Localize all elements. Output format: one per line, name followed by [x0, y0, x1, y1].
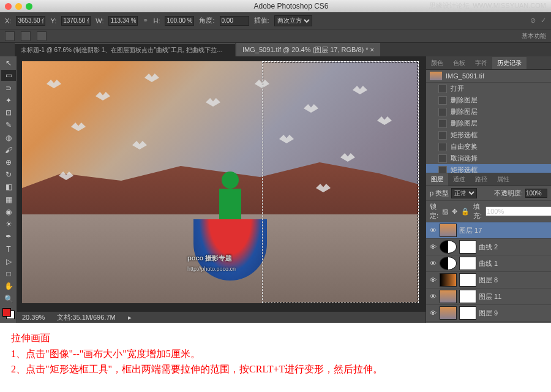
- layer-row[interactable]: 👁图层 8: [426, 272, 551, 288]
- instructions: 拉伸画面 1、点击"图像"--"画布大小"宽度增加5厘米。 2、点击"矩形选框工…: [0, 323, 551, 385]
- visibility-icon[interactable]: 👁: [429, 276, 437, 284]
- tab-doc-1[interactable]: 未标题-1 @ 67.6% (制造阴影 1、在图层面板点击"曲线"工具, 把曲线…: [15, 43, 235, 56]
- type-tool[interactable]: T: [1, 244, 16, 255]
- layer-row[interactable]: 👁曲线 1: [426, 255, 551, 272]
- tab-properties[interactable]: 属性: [492, 173, 514, 186]
- layers-panel: 👁图层 17👁曲线 2👁曲线 1👁图层 8👁图层 11👁图层 9👁图层 10👁色…: [426, 222, 551, 323]
- color-swatch[interactable]: [2, 308, 15, 319]
- history-item[interactable]: 矩形选框: [426, 164, 551, 173]
- fill-input[interactable]: [485, 206, 551, 216]
- hand-tool[interactable]: ✋: [1, 281, 16, 292]
- tab-history[interactable]: 历史记录: [492, 57, 527, 69]
- angle-input[interactable]: [220, 16, 249, 26]
- visibility-icon[interactable]: 👁: [429, 309, 437, 317]
- panels: 颜色 色板 字符 历史记录 IMG_5091.tif 打开删除图层删除图层删除图…: [425, 56, 551, 323]
- marquee-ellipse-icon[interactable]: [37, 31, 47, 41]
- blend-mode-select[interactable]: 正常: [451, 188, 477, 198]
- history-item[interactable]: 取消选择: [426, 153, 551, 164]
- opacity-input[interactable]: [525, 189, 547, 198]
- brush-tool[interactable]: 🖌: [1, 145, 16, 156]
- marquee-tool[interactable]: ▭: [1, 70, 16, 81]
- lock-pixels-icon[interactable]: ▨: [442, 208, 448, 216]
- lasso-tool[interactable]: ⊃: [1, 82, 16, 93]
- path-tool[interactable]: ▷: [1, 256, 16, 267]
- tool-preset-icon[interactable]: [5, 31, 15, 41]
- y-input[interactable]: [61, 16, 91, 26]
- wand-tool[interactable]: ✦: [1, 95, 16, 106]
- interp-select[interactable]: 两次立方: [274, 15, 312, 26]
- document-tabs: 未标题-1 @ 67.6% (制造阴影 1、在图层面板点击"曲线"工具, 把曲线…: [0, 43, 551, 56]
- tab-channels[interactable]: 通道: [448, 173, 470, 186]
- layer-row[interactable]: 👁图层 11: [426, 288, 551, 305]
- dodge-tool[interactable]: ☀: [1, 219, 16, 230]
- history-snapshot[interactable]: IMG_5091.tif: [426, 70, 551, 83]
- eraser-tool[interactable]: ◧: [1, 181, 16, 192]
- history-item[interactable]: 删除图层: [426, 94, 551, 106]
- pen-tool[interactable]: ✒: [1, 231, 16, 242]
- watermark-poco: poco 摄影专题http://photo.poco.cn: [187, 252, 236, 273]
- tab-layers[interactable]: 图层: [426, 173, 448, 186]
- instructions-line-1: 1、点击"图像"--"画布大小"宽度增加5厘米。: [11, 346, 540, 362]
- eyedropper-tool[interactable]: ✎: [1, 119, 16, 130]
- stamp-tool[interactable]: ⊕: [1, 157, 16, 168]
- status-bar: 20.39% 文档:35.1M/696.7M ▸: [17, 312, 425, 323]
- canvas-area[interactable]: poco 摄影专题http://photo.poco.cn: [17, 56, 425, 323]
- tab-color[interactable]: 颜色: [426, 57, 448, 69]
- shape-tool[interactable]: □: [1, 268, 16, 279]
- history-item[interactable]: 删除图层: [426, 118, 551, 129]
- close-icon[interactable]: [5, 3, 12, 10]
- blur-tool[interactable]: ◉: [1, 206, 16, 217]
- marquee-selection[interactable]: [262, 61, 419, 303]
- options-bar-2: 基本功能: [0, 29, 551, 43]
- visibility-icon[interactable]: 👁: [429, 260, 437, 267]
- instructions-title: 拉伸画面: [11, 330, 540, 346]
- layer-row[interactable]: 👁图层 17: [426, 222, 551, 239]
- marquee-rect-icon[interactable]: [21, 31, 31, 41]
- h-input[interactable]: [165, 16, 194, 26]
- tab-swatches[interactable]: 色板: [448, 57, 470, 69]
- crop-tool[interactable]: ⊡: [1, 107, 16, 118]
- instructions-line-2: 2、点击"矩形选框工具"，框出两端需要拉伸的范围，按CRLT+T进行变形，然后拉…: [11, 361, 540, 377]
- gradient-tool[interactable]: ▦: [1, 194, 16, 205]
- cancel-icon[interactable]: ⊘: [530, 17, 536, 24]
- options-bar: X: Y: W: ⚭ H: 角度: 插值:两次立方 ⊘ ✓: [0, 12, 551, 29]
- history-item[interactable]: 自由变换: [426, 141, 551, 153]
- maximize-icon[interactable]: [26, 3, 32, 10]
- visibility-icon[interactable]: 👁: [429, 243, 437, 251]
- lock-all-icon[interactable]: 🔒: [461, 208, 470, 216]
- history-brush-tool[interactable]: ↻: [1, 169, 16, 180]
- history-item[interactable]: 删除图层: [426, 106, 551, 118]
- heal-tool[interactable]: ◍: [1, 132, 16, 143]
- history-panel: IMG_5091.tif 打开删除图层删除图层删除图层矩形选框自由变换取消选择矩…: [426, 70, 551, 173]
- layer-row[interactable]: 👁图层 9: [426, 305, 551, 322]
- commit-icon[interactable]: ✓: [541, 17, 546, 24]
- doc-size: 文档:35.1M/696.7M: [57, 313, 115, 322]
- visibility-icon[interactable]: 👁: [429, 227, 437, 234]
- workspace-label[interactable]: 基本功能: [522, 32, 546, 40]
- history-item[interactable]: 打开: [426, 83, 551, 94]
- lock-position-icon[interactable]: ✥: [452, 208, 457, 216]
- zoom-tool[interactable]: 🔍: [1, 293, 16, 304]
- tab-character[interactable]: 字符: [470, 57, 492, 69]
- layer-row[interactable]: 👁曲线 2: [426, 239, 551, 255]
- watermark: 思缘设计论坛 WWW.MISSYUAN.COM: [429, 1, 546, 10]
- x-input[interactable]: [16, 16, 45, 26]
- link-icon[interactable]: ⚭: [143, 17, 148, 24]
- w-input[interactable]: [108, 16, 138, 26]
- visibility-icon[interactable]: 👁: [429, 293, 437, 300]
- layer-row[interactable]: 👁图层 10: [426, 322, 551, 323]
- toolbar: ↖ ▭ ⊃ ✦ ⊡ ✎ ◍ 🖌 ⊕ ↻ ◧ ▦ ◉ ☀ ✒ T ▷ □ ✋ 🔍: [0, 56, 17, 323]
- move-tool[interactable]: ↖: [1, 58, 16, 69]
- chevron-right-icon[interactable]: ▸: [128, 314, 132, 322]
- tab-paths[interactable]: 路径: [470, 173, 492, 186]
- zoom-level[interactable]: 20.39%: [22, 314, 45, 321]
- minimize-icon[interactable]: [15, 3, 22, 10]
- history-item[interactable]: 矩形选框: [426, 129, 551, 141]
- close-tab-icon[interactable]: ×: [370, 46, 373, 53]
- tab-doc-2[interactable]: IMG_5091.tif @ 20.4% (图层 17, RGB/8) * ×: [236, 43, 380, 56]
